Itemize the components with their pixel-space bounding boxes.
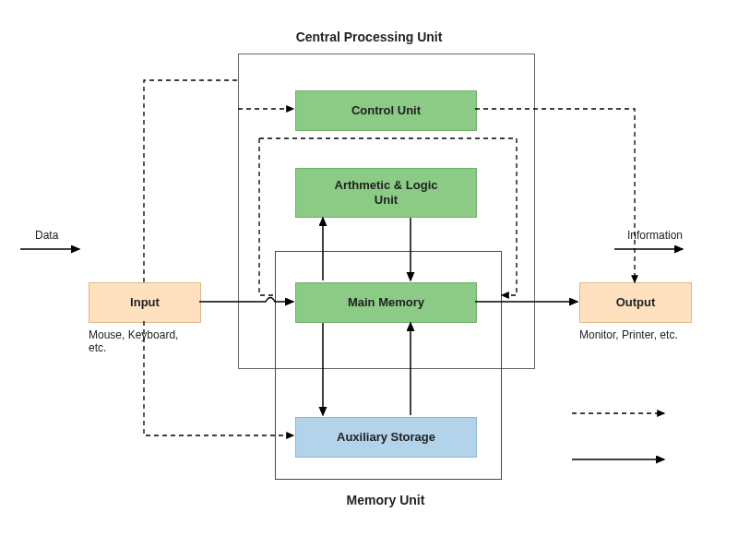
diagram-stage: Central Processing Unit Control Unit Art…: [0, 0, 738, 560]
alu-label: Arthmetic & Logic Unit: [335, 178, 438, 209]
dashed-input-control-left: [144, 80, 238, 282]
input-box: Input: [89, 282, 201, 323]
information-label: Information: [627, 229, 683, 242]
output-label: Output: [616, 295, 656, 310]
memory-unit-title: Memory Unit: [321, 493, 450, 507]
input-label: Input: [130, 295, 160, 310]
control-unit-label: Control Unit: [351, 103, 421, 118]
input-caption: Mouse, Keyboard, etc.: [89, 328, 208, 354]
cpu-title: Central Processing Unit: [240, 30, 498, 44]
output-box: Output: [579, 282, 692, 323]
aux-storage-box: Auxiliary Storage: [295, 417, 477, 458]
data-label: Data: [35, 229, 58, 242]
main-memory-box: Main Memory: [295, 282, 477, 323]
aux-storage-label: Auxiliary Storage: [337, 430, 435, 445]
alu-box: Arthmetic & Logic Unit: [295, 168, 477, 218]
main-memory-label: Main Memory: [348, 295, 424, 310]
output-caption: Monitor, Printer, etc.: [579, 328, 708, 341]
control-unit-box: Control Unit: [295, 90, 477, 131]
